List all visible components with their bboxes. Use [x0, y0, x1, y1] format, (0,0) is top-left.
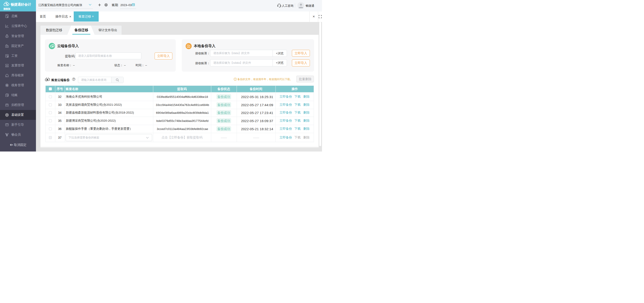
svg-text:税: 税	[6, 84, 8, 86]
